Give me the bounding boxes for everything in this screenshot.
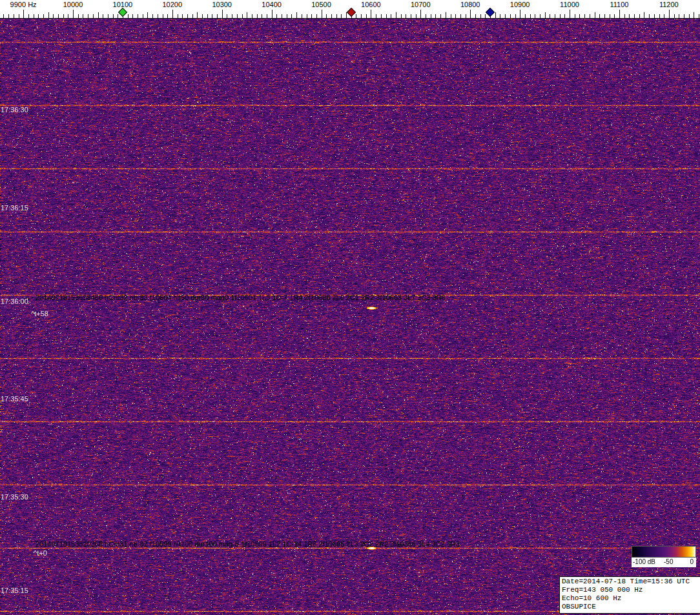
ruler-tick <box>381 14 382 18</box>
ruler-tick <box>446 12 446 18</box>
ruler-tick <box>172 10 173 18</box>
detection-annotation: ^t+58 <box>31 310 48 318</box>
ruler-tick <box>128 14 129 18</box>
ruler-tick <box>38 14 39 18</box>
ruler-tick <box>610 14 610 18</box>
ruler-tick <box>14 14 14 18</box>
ruler-tick <box>525 14 526 18</box>
ruler-tick <box>470 10 471 18</box>
info-line: OBSUPICE <box>562 603 699 611</box>
ruler-tick <box>152 14 153 18</box>
ruler-tick <box>257 14 258 18</box>
ruler-tick <box>584 14 585 18</box>
ruler-tick <box>43 14 44 18</box>
colorbar-label-min: -100 dB <box>633 558 655 565</box>
ruler-tick <box>684 14 685 18</box>
ruler-tick <box>207 14 208 18</box>
detection-annotation: 20140718153558480 hCnt32 nb-83 f10604 hi… <box>36 294 446 301</box>
ruler-tick <box>63 14 64 18</box>
ruler-tick <box>366 14 367 18</box>
ruler-tick <box>644 12 644 18</box>
ruler-tick <box>426 14 426 18</box>
ruler-tick <box>590 14 590 18</box>
ruler-tick <box>411 14 411 18</box>
ruler-tick <box>237 14 238 18</box>
ruler-tick <box>401 14 402 18</box>
ruler-tick <box>535 14 535 18</box>
ruler-tick <box>634 14 635 18</box>
ruler-tick <box>396 12 396 18</box>
ruler-tick <box>619 10 620 18</box>
marker-green-diamond-icon[interactable] <box>118 8 127 17</box>
ruler-freq-label: 9900 Hz <box>10 1 37 8</box>
time-axis-label: 17:35:15 <box>1 587 28 594</box>
ruler-tick <box>639 14 640 18</box>
ruler-tick <box>48 12 49 18</box>
ruler-tick <box>3 14 4 18</box>
ruler-tick <box>475 14 476 18</box>
ruler-tick <box>68 14 68 18</box>
colorbar-scale: -100 dB -50 0 <box>632 558 696 567</box>
ruler-tick <box>252 14 252 18</box>
ruler-tick <box>386 14 387 18</box>
ruler-tick <box>291 14 292 18</box>
detection-annotation: 20140718153520368 hCnt31 nb-82 f10599 hi… <box>36 540 460 548</box>
ruler-tick <box>202 14 203 18</box>
ruler-tick <box>192 14 193 18</box>
ruler-tick <box>302 14 302 18</box>
ruler-tick <box>480 14 481 18</box>
info-box: Date=2014-07-18 Time=15:36 UTCFreq=143 0… <box>559 576 700 614</box>
ruler-freq-label: 10300 <box>212 1 232 8</box>
ruler-tick <box>182 14 183 18</box>
ruler-tick <box>222 10 223 18</box>
ruler-freq-label: 10700 <box>411 1 431 8</box>
ruler-tick <box>451 14 451 18</box>
ruler-tick <box>53 14 54 18</box>
ruler-tick <box>455 14 456 18</box>
ruler-tick <box>307 14 307 18</box>
ruler-tick <box>570 10 570 18</box>
ruler-tick <box>113 14 114 18</box>
ruler-tick <box>262 14 262 18</box>
colorbar: -100 dB -50 0 <box>632 546 696 567</box>
info-line: Echo=10 600 Hz <box>562 594 699 603</box>
ruler-tick <box>614 14 615 18</box>
colorbar-gradient <box>632 546 696 558</box>
colorbar-label-max: 0 <box>690 558 694 565</box>
ruler-tick <box>431 14 431 18</box>
ruler-tick <box>555 14 555 18</box>
ruler-tick <box>520 10 520 18</box>
ruler-tick <box>545 12 546 18</box>
ruler-tick <box>78 14 79 18</box>
ruler-tick <box>83 14 83 18</box>
ruler-tick <box>322 10 322 18</box>
ruler-tick <box>579 14 580 18</box>
ruler-tick <box>267 14 267 18</box>
ruler-tick <box>560 14 561 18</box>
ruler-tick <box>138 14 138 18</box>
ruler-tick <box>158 14 158 18</box>
ruler-tick <box>132 14 133 18</box>
time-axis-label: 17:35:45 <box>1 395 28 403</box>
ruler-tick <box>699 14 699 18</box>
ruler-tick <box>595 12 595 18</box>
ruler-tick <box>624 14 625 18</box>
ruler-freq-label: 10000 <box>63 1 83 8</box>
ruler-tick <box>227 14 227 18</box>
ruler-tick <box>694 12 694 18</box>
ruler-freq-label: 11000 <box>560 1 579 8</box>
ruler-tick <box>242 14 243 18</box>
ruler-tick <box>28 14 29 18</box>
ruler-tick <box>599 14 600 18</box>
marker-blue-diamond-icon[interactable] <box>486 8 495 17</box>
ruler-tick <box>629 14 630 18</box>
ruler-tick <box>540 14 540 18</box>
ruler-tick <box>361 14 362 18</box>
ruler-tick <box>575 14 575 18</box>
marker-red-diamond-icon[interactable] <box>347 8 356 17</box>
ruler-tick <box>649 14 650 18</box>
ruler-tick <box>143 14 143 18</box>
detection-annotation: ^t+0 <box>34 549 47 557</box>
ruler-tick <box>391 14 391 18</box>
ruler-tick <box>530 14 531 18</box>
